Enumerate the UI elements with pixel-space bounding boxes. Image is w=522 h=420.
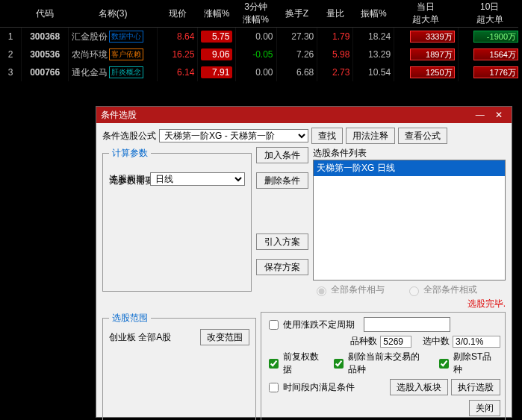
usage-button[interactable]: 用法注释 xyxy=(346,128,395,144)
col-header[interactable]: 代码 xyxy=(21,0,68,28)
close-icon[interactable]: ✕ xyxy=(491,107,507,123)
not-fixed-input[interactable] xyxy=(364,317,450,332)
col-header[interactable]: 量比 xyxy=(317,0,353,28)
col-header[interactable]: 换手Z xyxy=(276,0,317,28)
cycle-label: 选股周期: xyxy=(109,173,147,186)
stock-table: 代码名称(3)现价涨幅%3分钟涨幅%换手Z量比振幅%当日超大单10日超大单 13… xyxy=(0,0,522,81)
radio-or[interactable]: 全部条件相或 xyxy=(406,283,477,296)
col-header[interactable]: 当日超大单 xyxy=(394,0,458,28)
formula-select[interactable]: 天梯第一阶XG - 天梯第一阶 xyxy=(159,129,308,142)
col-header[interactable]: 10日超大单 xyxy=(458,0,521,28)
condition-item[interactable]: 天梯第一阶XG 日线 xyxy=(314,160,505,176)
change-scope-button[interactable]: 改变范围 xyxy=(200,329,249,345)
col-header[interactable]: 3分钟涨幅% xyxy=(235,0,276,28)
radio-and[interactable]: 全部条件相与 xyxy=(313,283,385,296)
import-plan-button[interactable]: 引入方案 xyxy=(256,233,308,250)
col-header[interactable]: 现价 xyxy=(157,0,198,28)
delete-condition-button[interactable]: 删除条件 xyxy=(256,172,308,189)
search-button[interactable]: 查找 xyxy=(311,128,343,144)
col-header[interactable]: 振幅% xyxy=(353,0,394,28)
save-plan-button[interactable]: 保存方案 xyxy=(256,259,308,275)
chk-st[interactable]: 剔除ST品种 xyxy=(436,351,494,376)
close-button[interactable]: 关闭 xyxy=(469,400,500,416)
filter-dialog: 条件选股 — ✕ 条件选股公式 天梯第一阶XG - 天梯第一阶 查找 用法注释 … xyxy=(96,106,512,418)
chk-span[interactable]: 时间段内满足条件 xyxy=(266,380,355,395)
table-row[interactable]: 2300536农尚环境客户依赖16.259.06-0.057.265.9813.… xyxy=(0,46,522,63)
to-block-button[interactable]: 选股入板块 xyxy=(390,379,448,395)
formula-label: 条件选股公式 xyxy=(102,130,156,142)
view-formula-button[interactable]: 查看公式 xyxy=(398,128,447,144)
exec-button[interactable]: 执行选股 xyxy=(451,379,500,395)
table-row[interactable]: 3000766通化金马肝炎概念6.147.910.006.682.7310.54… xyxy=(0,63,522,81)
count-value: 5269 xyxy=(380,336,411,348)
chk-fq[interactable]: 前复权数据 xyxy=(266,351,322,376)
col-header[interactable]: 涨幅% xyxy=(198,0,235,28)
status-text: 选股完毕. xyxy=(102,298,506,310)
dialog-titlebar[interactable]: 条件选股 — ✕ xyxy=(96,107,512,123)
condition-list[interactable]: 天梯第一阶XG 日线 xyxy=(313,160,506,280)
col-header[interactable] xyxy=(0,0,21,28)
calc-params-group: 计算参数 无参数需要设置 选股周期: 日线 xyxy=(102,147,252,292)
minimize-icon[interactable]: — xyxy=(472,107,488,123)
table-row[interactable]: 1300368汇金股份数据中心8.645.750.0027.301.7918.2… xyxy=(0,28,522,46)
dialog-title: 条件选股 xyxy=(101,107,137,123)
scope-group: 选股范围 创业板 全部A股 改变范围 xyxy=(102,312,256,420)
chk-notrade[interactable]: 剔除当前未交易的品种 xyxy=(331,351,427,376)
hit-value: 3/0.1% xyxy=(453,336,500,348)
chk-not-fixed[interactable]: 使用涨跌不定周期 xyxy=(266,318,355,332)
condition-list-label: 选股条件列表 xyxy=(313,147,506,160)
col-header[interactable]: 名称(3) xyxy=(69,0,157,28)
add-condition-button[interactable]: 加入条件 xyxy=(256,147,308,163)
scope-text: 创业板 全部A股 xyxy=(109,331,171,344)
cycle-select[interactable]: 日线 xyxy=(150,172,245,186)
